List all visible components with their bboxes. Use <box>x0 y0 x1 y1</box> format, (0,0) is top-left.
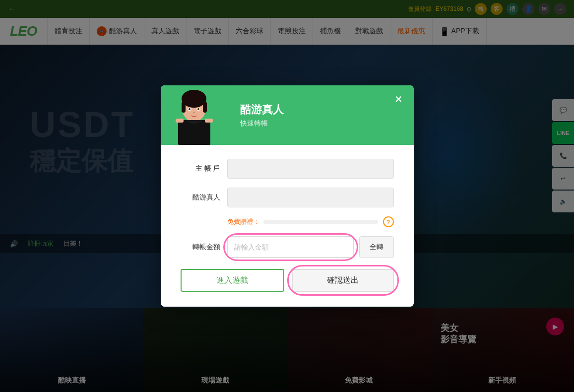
transfer-modal: 酷游真人 快速轉帳 ✕ 主 帳 戶 酷游真人 免費贈禮： ? <box>161 85 414 307</box>
free-gift-row: 免費贈禮： ? <box>181 216 394 227</box>
transfer-label: 轉帳金額 <box>181 243 220 252</box>
svg-rect-0 <box>178 120 210 145</box>
main-account-input[interactable] <box>227 159 394 179</box>
svg-rect-12 <box>205 119 213 123</box>
modal-header: 酷游真人 快速轉帳 ✕ <box>161 85 414 145</box>
modal-subtitle: 快速轉帳 <box>240 119 284 128</box>
modal-overlay: 酷游真人 快速轉帳 ✕ 主 帳 戶 酷游真人 免費贈禮： ? <box>0 0 574 392</box>
svg-rect-5 <box>203 102 207 113</box>
modal-close-button[interactable]: ✕ <box>392 92 406 106</box>
svg-rect-4 <box>182 102 186 113</box>
enter-game-button[interactable]: 進入遊戲 <box>181 269 284 292</box>
modal-body: 主 帳 戶 酷游真人 免費贈禮： ? 轉帳金額 全轉 <box>161 145 414 307</box>
transfer-input-wrap <box>227 236 354 258</box>
confirm-button-wrap: 確認送出 <box>292 269 394 292</box>
modal-title: 酷游真人 <box>240 102 284 117</box>
free-gift-label: 免費贈禮： <box>227 217 259 226</box>
game-account-input[interactable] <box>227 188 394 207</box>
main-account-label: 主 帳 戶 <box>181 164 220 173</box>
transfer-amount-input[interactable] <box>227 236 354 258</box>
confirm-submit-button[interactable]: 確認送出 <box>292 269 394 292</box>
help-icon[interactable]: ? <box>383 216 394 227</box>
game-account-row: 酷游真人 <box>181 188 394 207</box>
svg-point-10 <box>193 112 195 114</box>
transfer-all-button[interactable]: 全轉 <box>359 236 394 258</box>
modal-title-area: 酷游真人 快速轉帳 <box>240 102 284 128</box>
free-gift-value <box>263 220 378 224</box>
game-account-label: 酷游真人 <box>181 193 220 202</box>
svg-point-9 <box>197 108 199 110</box>
svg-rect-11 <box>176 119 184 123</box>
main-account-row: 主 帳 戶 <box>181 159 394 179</box>
action-row: 進入遊戲 確認送出 <box>181 269 394 292</box>
avatar <box>171 85 220 145</box>
transfer-row: 轉帳金額 全轉 <box>181 236 394 258</box>
svg-point-8 <box>189 108 191 110</box>
